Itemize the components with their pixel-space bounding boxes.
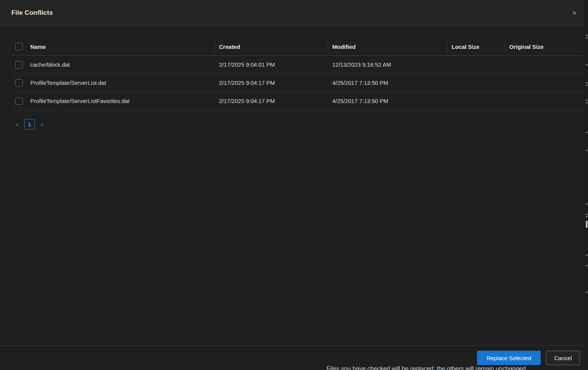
cell-name: ProfileTemplate/ServerListFavorites.dat	[30, 98, 214, 104]
cell-modified: 12/13/2023 5:16:52 AM	[328, 61, 447, 68]
file-conflicts-dialog: { "dialog": { "title": "File Conflicts" …	[0, 0, 588, 370]
column-header-local-size: Local Size	[447, 38, 505, 55]
row-checkbox[interactable]	[15, 79, 23, 87]
close-icon[interactable]: ×	[569, 8, 580, 18]
column-header-original-size: Original Size	[505, 38, 583, 55]
dialog-titlebar: File Conflicts ×	[0, 0, 588, 26]
table-header-row: Name Created Modified Local Size Origina…	[11, 38, 583, 56]
table-row[interactable]: cache/block.dat 2/17/2025 9:04:01 PM 12/…	[11, 56, 583, 74]
replace-selected-button[interactable]: Replace Selected	[477, 351, 541, 365]
select-all-cell	[11, 38, 30, 55]
row-checkbox[interactable]	[15, 61, 23, 69]
cell-modified: 4/25/2017 7:13:50 PM	[328, 80, 447, 86]
chevron-left-icon[interactable]: <	[12, 119, 22, 130]
page-title: File Conflicts	[11, 9, 53, 17]
cell-created: 2/17/2025 9:04:17 PM	[214, 80, 328, 86]
cell-name: ProfileTemplate/ServerList.dat	[30, 80, 214, 86]
column-header-created: Created	[214, 38, 328, 55]
cell-name: cache/block.dat	[30, 61, 214, 68]
cell-created: 2/17/2025 9:04:01 PM	[214, 61, 328, 68]
row-checkbox[interactable]	[15, 97, 23, 105]
column-header-modified: Modified	[328, 38, 447, 55]
chevron-right-icon[interactable]: >	[37, 119, 47, 130]
pagination: < 1 >	[12, 119, 47, 130]
select-all-checkbox[interactable]	[15, 43, 23, 50]
cancel-button[interactable]: Cancel	[546, 351, 580, 365]
table-row[interactable]: ProfileTemplate/ServerList.dat 2/17/2025…	[11, 74, 583, 92]
window-edge-artifact	[584, 0, 588, 370]
table-row[interactable]: ProfileTemplate/ServerListFavorites.dat …	[11, 92, 583, 110]
clipped-hint-text: Files you have checked will be replaced;…	[327, 365, 526, 370]
column-header-name: Name	[30, 38, 214, 55]
cell-modified: 4/25/2017 7:13:50 PM	[328, 98, 447, 104]
cell-created: 2/17/2025 9:04:17 PM	[214, 98, 328, 104]
page-1-button[interactable]: 1	[24, 119, 35, 130]
file-conflicts-table: Name Created Modified Local Size Origina…	[11, 38, 583, 110]
